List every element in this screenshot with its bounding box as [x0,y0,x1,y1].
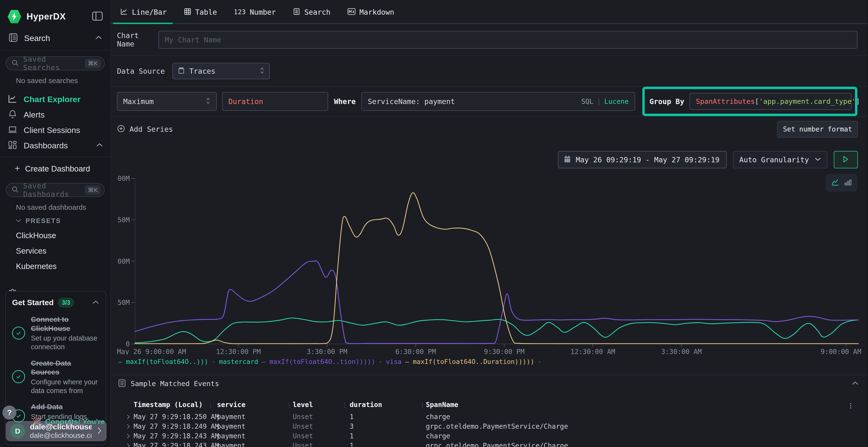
run-query-button[interactable] [834,151,858,168]
app-root: HyperDX Search Saved Searches ⌘K No save… [0,0,868,447]
tab-line-bar[interactable]: Line/Bar [117,0,170,24]
where-value: ServiceName: payment [368,97,577,106]
sql-toggle[interactable]: SQL [581,98,594,105]
legend-series-expr[interactable]: — maxIf(toFloat64O..))) [118,358,208,365]
table-row[interactable]: May 27 9:29:18.243 AM payment Unset 1 ch… [111,432,868,442]
get-started-item-desc: Set up your database connection [31,334,99,351]
get-started-item[interactable]: Create Data Sources Configure where your… [12,358,99,395]
help-button[interactable]: ? [2,406,17,419]
select-caret-icon [206,97,211,105]
aggregation-value: Maximum [123,97,206,106]
divider [0,157,111,157]
presets-toggle[interactable]: PRESETS [16,217,111,225]
date-range-picker[interactable]: May 26 09:29:19 - May 27 09:29:19 [558,151,727,168]
bracket-open: [ [755,97,759,105]
timeseries-chart[interactable]: 0150M300M450M600MMay 26 9:00:00 AM12:30:… [117,175,862,354]
data-source-select[interactable]: Traces [173,63,270,79]
column-separator-icon[interactable] [288,402,290,409]
user-menu[interactable]: D dale@clickhouse.com dale@clickhouse.co… [6,421,106,441]
preset-services[interactable]: Services [16,246,111,255]
column-separator-icon[interactable] [210,402,212,409]
shortcut-badge: ⌘K [85,185,101,195]
legend-series-expr[interactable]: — maxIf(toFloat64O..Duration))))) [405,358,534,365]
sidebar-section-search[interactable]: Search [0,31,111,45]
tab-markdown[interactable]: Markdown [344,0,398,24]
toggle-separator: | [597,98,601,105]
preset-clickhouse[interactable]: ClickHouse [16,231,111,240]
table-row[interactable]: May 27 9:29:18.243 AM payment Unset 1 gr… [111,442,868,447]
sidebar-item-client-sessions[interactable]: Client Sessions [0,122,111,138]
svg-text:450M: 450M [117,216,130,224]
chart-legend: — maxIf(toFloat64O..)))·mastercard— maxI… [118,358,541,365]
chevron-up-icon[interactable] [92,300,99,306]
svg-text:12:30:00 PM: 12:30:00 PM [216,348,261,354]
cell-service: payment [217,422,245,431]
column-header-level[interactable]: level [293,401,313,409]
add-series-button[interactable]: Add Series [117,125,173,134]
expand-row-icon[interactable] [126,433,130,439]
cell-timestamp: May 27 9:29:18.249 AM [133,422,219,431]
svg-text:3:30:00 PM: 3:30:00 PM [307,348,347,354]
divider [0,50,111,50]
list-icon [293,8,301,16]
tab-search[interactable]: Search [289,0,334,24]
where-input[interactable]: ServiceName: payment SQL | Lucene [362,92,635,111]
column-header-spanname[interactable]: SpanName [426,401,458,409]
cell-service: payment [217,442,245,447]
sidebar: HyperDX Search Saved Searches ⌘K No save… [0,0,111,447]
sidebar-item-label: Chart Explorer [24,95,103,104]
expand-row-icon[interactable] [126,414,130,420]
hyperdx-logo-icon[interactable] [7,9,22,24]
table-row[interactable]: May 27 9:29:18.250 AM payment Unset 1 ch… [111,413,868,422]
granularity-select[interactable]: Auto Granularity [733,151,828,168]
calendar-icon [564,156,571,164]
bracket-close: ] [856,97,860,105]
column-header-timestamp[interactable]: Timestamp (Local) [133,401,203,409]
legend-series-expr[interactable]: — maxIf(toFloat64O..tion))))) [261,358,375,365]
legend-separator: · [212,358,216,365]
brand-row: HyperDX [0,0,111,25]
sidebar-item-chart-explorer[interactable]: Chart Explorer [0,92,111,107]
aggregation-select[interactable]: Maximum [117,92,217,111]
saved-dashboards-input[interactable]: Saved Dashboards ⌘K [6,183,105,197]
lucene-toggle[interactable]: Lucene [604,98,628,105]
group-by-argument: 'app.payment.card_type' [759,97,856,105]
sidebar-search-label: Search [24,33,89,43]
tab-label: Line/Bar [132,8,167,16]
column-header-service[interactable]: service [217,401,245,409]
sidebar-item-dashboards[interactable]: Dashboards [0,138,111,153]
cell-duration: 1 [350,432,354,440]
collapse-sidebar-icon[interactable] [92,11,103,22]
where-label: Where [334,97,356,106]
cell-spanname: charge [426,413,450,421]
column-separator-icon[interactable] [344,402,346,409]
markdown-icon [347,8,355,16]
tab-label: Search [304,8,330,16]
column-header-duration[interactable]: duration [350,401,382,409]
expand-row-icon[interactable] [126,423,130,429]
tab-table[interactable]: Table [180,0,220,24]
get-started-item[interactable]: Connect to ClickHouse Set up your databa… [12,315,99,351]
tab-number[interactable]: 123 Number [230,0,279,24]
events-table-header: Timestamp (Local) service level duration… [111,401,868,413]
preset-kubernetes[interactable]: Kubernetes [16,262,111,271]
legend-separator: · [378,358,382,365]
no-saved-searches-text: No saved searches [16,77,111,85]
set-number-format-button[interactable]: Set number format [777,121,858,138]
kebab-menu-icon[interactable] [850,402,851,410]
tab-label: Table [195,8,217,16]
field-input[interactable]: Duration [222,92,328,111]
group-by-input[interactable]: SpanAttributes['app.payment.card_type'] [689,93,851,110]
expand-row-icon[interactable] [126,443,130,447]
legend-group-name[interactable]: mastercard [219,358,258,365]
saved-searches-input[interactable]: Saved Searches ⌘K [6,56,105,70]
chart-name-input[interactable]: My Chart Name [158,31,858,49]
chevron-up-icon[interactable] [851,381,859,386]
number-123-icon: 123 [234,8,246,16]
table-row[interactable]: May 27 9:29:18.249 AM payment Unset 3 gr… [111,422,868,432]
cell-duration: 1 [350,413,354,421]
sidebar-item-alerts[interactable]: Alerts [0,107,111,122]
column-separator-icon[interactable] [422,402,424,409]
legend-group-name[interactable]: visa [386,358,401,365]
create-dashboard-button[interactable]: Create Dashboard [0,161,111,177]
